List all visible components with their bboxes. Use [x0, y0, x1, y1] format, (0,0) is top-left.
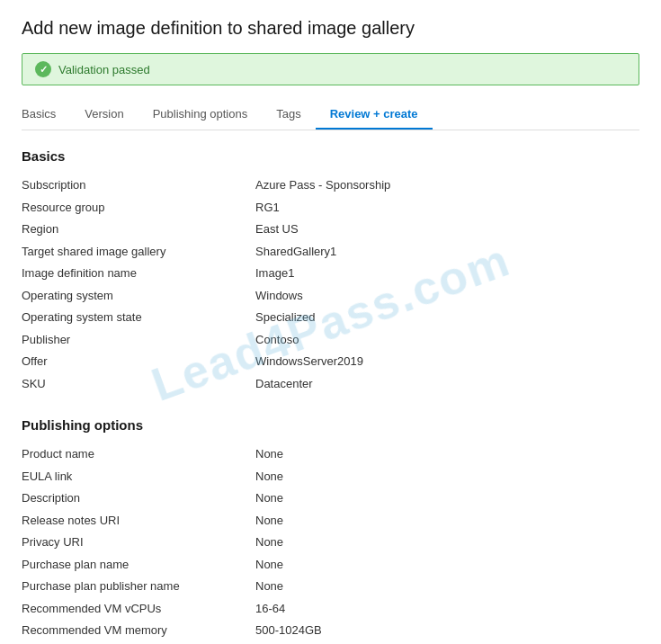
field-label-subscription: Subscription: [22, 176, 255, 194]
field-label-offer: Offer: [22, 353, 255, 371]
tab-publishing-options[interactable]: Publishing options: [138, 100, 263, 130]
field-subscription: Subscription Azure Pass - Sponsorship: [22, 176, 639, 194]
page-title: Add new image definition to shared image…: [22, 18, 639, 39]
field-os: Operating system Windows: [22, 287, 639, 305]
field-purchase-plan-name: Purchase plan name None: [22, 556, 639, 574]
field-label-product-name: Product name: [22, 445, 255, 463]
basics-section: Basics Subscription Azure Pass - Sponsor…: [22, 148, 639, 392]
field-label-region: Region: [22, 220, 255, 238]
field-value-image-definition: Image1: [255, 264, 294, 282]
field-publisher: Publisher Contoso: [22, 331, 639, 349]
field-value-product-name: None: [255, 445, 283, 463]
validation-bar: Validation passed: [22, 53, 639, 85]
field-value-os: Windows: [255, 287, 303, 305]
field-label-image-definition: Image definition name: [22, 264, 255, 282]
publishing-section: Publishing options Product name None EUL…: [22, 417, 639, 644]
field-value-recommended-vcpus: 16-64: [255, 600, 285, 618]
field-value-description: None: [255, 489, 283, 507]
validation-icon: [35, 61, 51, 77]
field-label-recommended-memory: Recommended VM memory: [22, 622, 255, 640]
field-label-sku: SKU: [22, 375, 255, 393]
field-label-publisher: Publisher: [22, 331, 255, 349]
field-resource-group: Resource group RG1: [22, 199, 639, 217]
field-image-definition: Image definition name Image1: [22, 264, 639, 282]
field-value-sku: Datacenter: [255, 375, 313, 393]
field-region: Region East US: [22, 220, 639, 238]
field-label-description: Description: [22, 489, 255, 507]
field-value-offer: WindowsServer2019: [255, 353, 363, 371]
field-value-privacy-uri: None: [255, 533, 283, 551]
field-label-purchase-plan-publisher: Purchase plan publisher name: [22, 577, 255, 595]
field-product-name: Product name None: [22, 445, 639, 463]
field-value-release-notes-uri: None: [255, 512, 283, 530]
field-label-privacy-uri: Privacy URI: [22, 533, 255, 551]
tab-basics[interactable]: Basics: [22, 100, 70, 130]
field-value-eula-link: None: [255, 468, 283, 486]
tab-tags[interactable]: Tags: [262, 100, 315, 130]
field-label-release-notes-uri: Release notes URI: [22, 512, 255, 530]
field-value-os-state: Specialized: [255, 309, 316, 326]
field-label-eula-link: EULA link: [22, 468, 255, 486]
field-release-notes-uri: Release notes URI None: [22, 512, 639, 530]
field-value-purchase-plan-name: None: [255, 556, 283, 574]
field-value-region: East US: [255, 220, 299, 238]
field-target-gallery: Target shared image gallery SharedGaller…: [22, 243, 639, 261]
field-recommended-memory: Recommended VM memory 500-1024GB: [22, 622, 639, 640]
field-recommended-vcpus: Recommended VM vCPUs 16-64: [22, 600, 639, 618]
field-privacy-uri: Privacy URI None: [22, 533, 639, 551]
field-value-resource-group: RG1: [255, 199, 280, 217]
field-value-subscription: Azure Pass - Sponsorship: [255, 176, 390, 194]
field-value-purchase-plan-publisher: None: [255, 577, 283, 595]
tab-bar: Basics Version Publishing options Tags R…: [22, 100, 639, 130]
field-label-recommended-vcpus: Recommended VM vCPUs: [22, 600, 255, 618]
validation-text: Validation passed: [58, 63, 150, 76]
field-label-target-gallery: Target shared image gallery: [22, 243, 255, 261]
field-value-target-gallery: SharedGallery1: [255, 243, 336, 261]
field-label-resource-group: Resource group: [22, 199, 255, 217]
field-label-purchase-plan-name: Purchase plan name: [22, 556, 255, 574]
publishing-section-title: Publishing options: [22, 417, 639, 433]
basics-section-title: Basics: [22, 148, 639, 164]
tab-version[interactable]: Version: [70, 100, 138, 130]
field-label-os: Operating system: [22, 287, 255, 305]
tab-review-create[interactable]: Review + create: [316, 100, 433, 130]
publishing-fields: Product name None EULA link None Descrip…: [22, 445, 639, 644]
field-eula-link: EULA link None: [22, 468, 639, 486]
field-description: Description None: [22, 489, 639, 507]
field-os-state: Operating system state Specialized: [22, 309, 639, 326]
field-purchase-plan-publisher: Purchase plan publisher name None: [22, 577, 639, 595]
field-value-publisher: Contoso: [255, 331, 299, 349]
field-offer: Offer WindowsServer2019: [22, 353, 639, 371]
field-value-recommended-memory: 500-1024GB: [255, 622, 322, 640]
field-sku: SKU Datacenter: [22, 375, 639, 393]
basics-fields: Subscription Azure Pass - Sponsorship Re…: [22, 176, 639, 392]
field-label-os-state: Operating system state: [22, 309, 255, 326]
